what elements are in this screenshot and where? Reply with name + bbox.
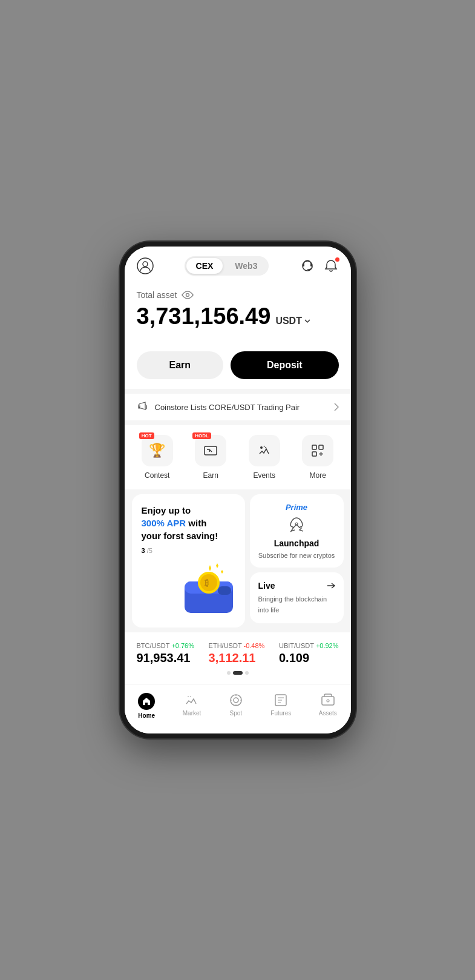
nav-assets-label: Assets [319, 710, 337, 717]
svg-point-18 [231, 695, 241, 706]
menu-item-earn[interactable]: HODL Earn [195, 435, 226, 480]
nav-market-label: Market [183, 710, 201, 717]
hodl-badge: HODL [192, 432, 211, 439]
menu-item-events[interactable]: Events [249, 435, 280, 480]
card-pagination: 3 /5 [142, 547, 235, 554]
nav-futures[interactable]: Futures [264, 690, 297, 721]
earn-button[interactable]: Earn [137, 351, 224, 379]
action-buttons: Earn Deposit [125, 342, 351, 389]
home-icon [138, 693, 155, 710]
bottom-nav: Home Market Spot [125, 684, 351, 733]
header-icons [300, 258, 338, 274]
more-label: More [310, 471, 326, 480]
earn-icon [203, 443, 218, 459]
launchpad-title: Launchpad [274, 538, 319, 548]
svg-point-0 [137, 258, 153, 274]
eth-change: -0.48% [243, 642, 264, 649]
ticker-dots [137, 671, 339, 675]
ticker-ubit[interactable]: UBIT/USDT +0.92% 0.109 [279, 642, 339, 665]
mode-tabs: CEX Web3 [185, 256, 269, 276]
svg-rect-4 [310, 263, 312, 267]
live-subtitle: Bringing the blockchain into life [258, 595, 327, 614]
promo-card[interactable]: Enjoy up to 300% APR with your forst sav… [132, 494, 245, 627]
svg-point-1 [143, 262, 148, 267]
svg-text:₿: ₿ [205, 578, 209, 588]
cards-section: Enjoy up to 300% APR with your forst sav… [125, 494, 351, 627]
arrow-right-icon [327, 581, 335, 590]
svg-rect-21 [322, 697, 334, 705]
nav-spot[interactable]: Spot [223, 690, 249, 721]
nav-market[interactable]: Market [177, 690, 208, 721]
btc-change: +0.76% [171, 642, 194, 649]
asset-currency[interactable]: USDT [275, 316, 311, 326]
more-icon [310, 443, 326, 459]
events-icon [257, 443, 272, 459]
nav-home[interactable]: Home [132, 690, 161, 721]
launchpad-subtitle: Subscribe for new cryptos [258, 552, 335, 559]
nav-spot-label: Spot [230, 710, 243, 717]
live-title: Live [258, 581, 275, 591]
market-icon [185, 693, 199, 707]
nav-futures-label: Futures [270, 710, 291, 717]
tab-web3[interactable]: Web3 [225, 258, 267, 274]
assets-icon [321, 693, 335, 707]
nav-home-label: Home [138, 712, 155, 719]
tab-cex[interactable]: CEX [186, 258, 223, 274]
prime-label: Prime [286, 503, 307, 512]
svg-rect-13 [218, 586, 231, 595]
notification-dot [335, 257, 339, 262]
svg-rect-9 [319, 445, 323, 449]
announcement-text: Coinstore Lists CORE/USDT Trading Pair [155, 403, 300, 412]
announcement-banner[interactable]: Coinstore Lists CORE/USDT Trading Pair [125, 394, 351, 420]
svg-point-19 [234, 698, 238, 703]
dot-3 [245, 671, 249, 675]
market-ticker: BTC/USDT +0.76% 91,953.41 ETH/USDT -0.48… [125, 632, 351, 684]
rocket-icon [287, 515, 306, 535]
total-asset-label: Total asset [137, 290, 177, 300]
hot-badge: HOT [139, 432, 154, 439]
header: CEX Web3 [125, 247, 351, 280]
futures-icon [274, 693, 288, 707]
ticker-eth[interactable]: ETH/USDT -0.48% 3,112.11 [209, 642, 265, 665]
chevron-right-icon [334, 403, 339, 411]
quick-menu: 🏆 HOT Contest HODL Earn [125, 425, 351, 489]
ubit-change: +0.92% [316, 642, 339, 649]
asset-amount: 3,731,156.49 [137, 303, 271, 329]
svg-point-15 [200, 574, 217, 591]
profile-button[interactable] [137, 257, 154, 274]
svg-point-22 [327, 700, 329, 702]
asset-section: Total asset 3,731,156.49 USDT [125, 280, 351, 342]
promo-card-text: Enjoy up to 300% APR with your forst sav… [142, 504, 235, 542]
deposit-button[interactable]: Deposit [231, 351, 338, 379]
svg-point-5 [186, 294, 189, 297]
earn-label: Earn [203, 471, 218, 480]
svg-rect-3 [303, 263, 304, 267]
btc-price: 91,953.41 [137, 651, 194, 665]
svg-rect-8 [312, 445, 316, 449]
events-label: Events [253, 471, 275, 480]
right-cards: Prime Launchpad Subscribe for new crypto… [250, 494, 344, 627]
contest-icon: 🏆 [149, 443, 165, 459]
spot-icon [229, 693, 243, 707]
ticker-btc[interactable]: BTC/USDT +0.76% 91,953.41 [137, 642, 194, 665]
visibility-toggle[interactable] [182, 291, 194, 299]
support-button[interactable] [300, 258, 315, 274]
nav-assets[interactable]: Assets [313, 690, 343, 721]
dot-1 [227, 671, 231, 675]
notifications-button[interactable] [324, 259, 338, 273]
wallet-illustration: ₿ [179, 563, 245, 618]
svg-rect-10 [312, 452, 316, 456]
contest-label: Contest [145, 471, 169, 480]
btc-pair: BTC/USDT [137, 642, 172, 649]
menu-item-contest[interactable]: 🏆 HOT Contest [142, 435, 173, 480]
launchpad-card[interactable]: Prime Launchpad Subscribe for new crypto… [250, 494, 344, 568]
ubit-pair: UBIT/USDT [279, 642, 316, 649]
ubit-price: 0.109 [279, 651, 339, 665]
eth-price: 3,112.11 [209, 651, 265, 665]
svg-point-7 [260, 446, 263, 449]
dot-2 [233, 671, 243, 675]
eth-pair: ETH/USDT [209, 642, 244, 649]
menu-item-more[interactable]: More [302, 435, 333, 480]
live-card[interactable]: Live Bringing the blockchain into life [250, 572, 344, 623]
